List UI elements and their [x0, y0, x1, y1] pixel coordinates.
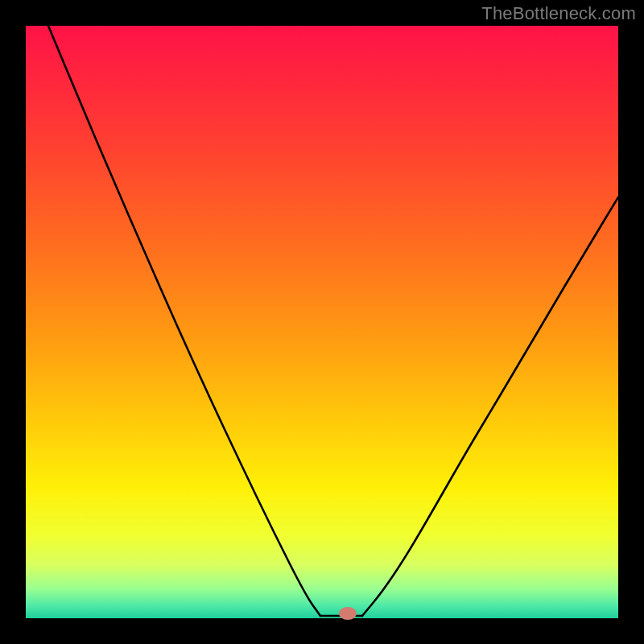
plot-background	[26, 26, 618, 618]
marker-icon	[339, 607, 357, 620]
chart-canvas	[0, 0, 644, 644]
watermark-label: TheBottleneck.com	[481, 3, 636, 24]
chart-frame: TheBottleneck.com	[0, 0, 644, 644]
